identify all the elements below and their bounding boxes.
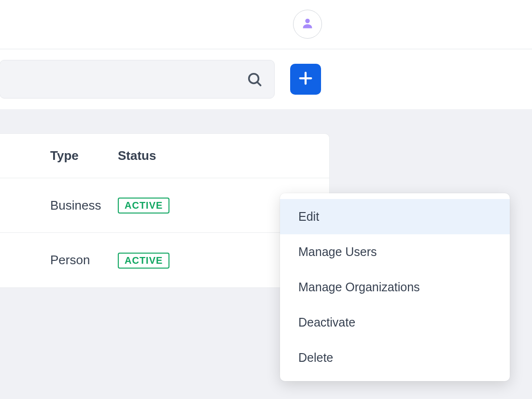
cell-status: ACTIVE (118, 252, 236, 269)
cell-type: Person (0, 253, 118, 268)
cell-type: Business (0, 198, 118, 213)
menu-item-delete[interactable]: Delete (280, 340, 510, 375)
status-badge: ACTIVE (118, 198, 169, 214)
search-box[interactable] (0, 60, 275, 99)
avatar[interactable] (293, 10, 322, 39)
cell-status: ACTIVE (118, 197, 236, 214)
plus-icon (297, 70, 314, 88)
table-header-row: Type Status (0, 134, 329, 178)
person-icon (301, 16, 314, 32)
col-header-status: Status (118, 148, 236, 163)
toolbar (0, 49, 532, 109)
search-input[interactable] (0, 60, 246, 98)
menu-item-edit[interactable]: Edit (280, 199, 510, 234)
context-menu: Edit Manage Users Manage Organizations D… (280, 193, 510, 381)
svg-point-0 (305, 19, 309, 23)
menu-item-manage-users[interactable]: Manage Users (280, 234, 510, 270)
search-icon (246, 71, 263, 87)
col-header-type: Type (0, 148, 118, 163)
header (0, 0, 532, 49)
add-button[interactable] (290, 64, 321, 95)
menu-item-manage-organizations[interactable]: Manage Organizations (280, 270, 510, 305)
menu-item-deactivate[interactable]: Deactivate (280, 305, 510, 340)
status-badge: ACTIVE (118, 253, 169, 269)
svg-line-2 (257, 82, 261, 86)
